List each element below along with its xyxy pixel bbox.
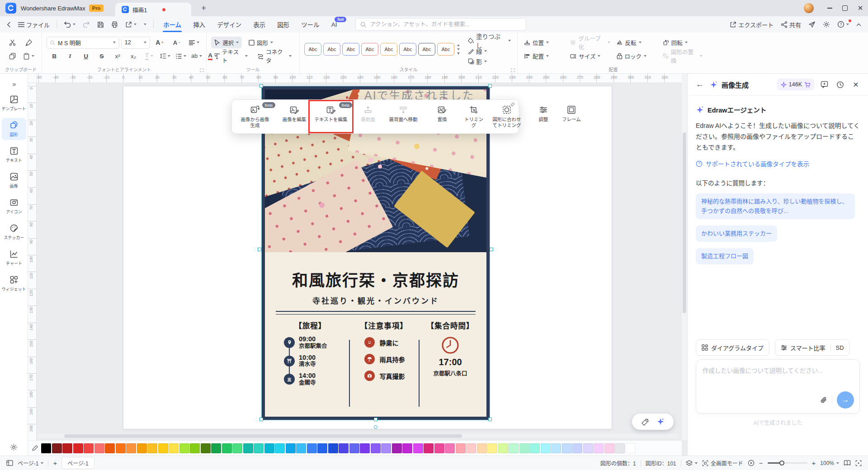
- color-swatch[interactable]: [243, 443, 253, 453]
- selection-handle-left[interactable]: [258, 248, 261, 251]
- color-swatch[interactable]: [456, 443, 466, 453]
- supported-types-link[interactable]: ? サポートされている画像タイプを表示: [696, 159, 860, 168]
- size-button[interactable]: サイズ: [568, 50, 612, 62]
- color-swatch[interactable]: [445, 443, 455, 453]
- feedback-bubble-icon[interactable]: [818, 79, 830, 90]
- bold-button[interactable]: B: [47, 50, 62, 62]
- pro-badge[interactable]: Pro: [89, 5, 104, 12]
- color-swatch[interactable]: [509, 443, 519, 453]
- adjust-button[interactable]: 調整: [529, 103, 557, 132]
- color-swatch[interactable]: [594, 443, 604, 453]
- color-swatch[interactable]: [126, 443, 136, 453]
- replace-shape-button[interactable]: 図形の置換: [661, 50, 704, 62]
- color-swatch[interactable]: [105, 443, 115, 453]
- color-swatch[interactable]: [84, 443, 94, 453]
- vertical-scrollbar-thumb[interactable]: [683, 132, 686, 313]
- subscript-button[interactable]: x₂: [126, 50, 141, 62]
- color-swatch[interactable]: [307, 443, 317, 453]
- color-swatch[interactable]: [466, 443, 476, 453]
- color-swatch[interactable]: [424, 443, 434, 453]
- align-button[interactable]: 配置: [522, 50, 566, 62]
- style-dialog-launcher-icon[interactable]: [511, 68, 515, 72]
- expand-sidebar-icon[interactable]: »: [12, 77, 15, 92]
- pagination-view-button[interactable]: [844, 460, 851, 466]
- sidebar-item-icons[interactable]: アイコン: [2, 195, 26, 217]
- prompt-textarea[interactable]: [696, 360, 859, 391]
- color-swatch[interactable]: [477, 443, 487, 453]
- ai-sparkle-icon[interactable]: [656, 418, 665, 426]
- bring-to-front-button[interactable]: 最前面: [354, 103, 382, 132]
- tab-ai[interactable]: AIhot: [326, 16, 343, 33]
- decrease-font-button[interactable]: A−: [169, 37, 184, 48]
- color-swatch[interactable]: [604, 443, 614, 453]
- sidebar-settings-gear-icon[interactable]: [10, 443, 18, 451]
- tab-design[interactable]: デザイン: [211, 16, 247, 33]
- superscript-button[interactable]: x²: [110, 50, 125, 62]
- export-button[interactable]: エクスポート: [726, 18, 777, 31]
- color-swatch[interactable]: [179, 443, 189, 453]
- search-input[interactable]: [369, 21, 521, 28]
- edit-image-button[interactable]: 画像を編集: [277, 103, 311, 132]
- horizontal-ruler[interactable]: -50-40-30-20-100102030405060708090100110…: [36, 74, 682, 83]
- character-spacing-button[interactable]: ab: [189, 50, 204, 62]
- color-swatch[interactable]: [169, 443, 179, 453]
- suggestion-chip[interactable]: 神秘的な熱帯雨林に踏み入り、珍しい動植物を探検し、手つかずの自然への畏敬を呼び.…: [696, 193, 855, 219]
- color-swatch[interactable]: [371, 443, 381, 453]
- fullscreen-button[interactable]: 全画面モード: [702, 459, 743, 467]
- color-swatch[interactable]: [94, 443, 104, 453]
- shape-tool-button[interactable]: 図形: [245, 37, 276, 48]
- selection-handle-bottom-right[interactable]: [488, 418, 492, 421]
- color-swatch[interactable]: [413, 443, 423, 453]
- lock-button[interactable]: ロック: [615, 50, 658, 62]
- color-swatch[interactable]: [52, 443, 62, 453]
- font-size-select[interactable]: 12: [121, 37, 150, 49]
- send-feedback-icon[interactable]: [805, 18, 819, 31]
- global-search[interactable]: [355, 18, 526, 31]
- style-preset[interactable]: Abc: [361, 43, 378, 56]
- color-swatch[interactable]: [519, 443, 529, 453]
- color-swatch[interactable]: [211, 443, 221, 453]
- rotate-button[interactable]: 回転: [661, 37, 704, 48]
- color-swatch[interactable]: [232, 443, 242, 453]
- vertical-ruler[interactable]: 0102030405060708090100110120130140150160…: [28, 83, 37, 440]
- color-swatch[interactable]: [201, 443, 211, 453]
- tab-home[interactable]: ホーム: [157, 16, 187, 33]
- font-dialog-launcher-icon[interactable]: [200, 68, 204, 72]
- color-swatch[interactable]: [264, 443, 274, 453]
- text-align-button[interactable]: [186, 37, 202, 48]
- color-swatch[interactable]: [317, 443, 327, 453]
- quick-share-button[interactable]: [122, 18, 140, 31]
- color-swatch[interactable]: [498, 443, 508, 453]
- style-preset[interactable]: Abc: [399, 43, 416, 56]
- color-swatch[interactable]: [487, 443, 497, 453]
- color-swatch[interactable]: [275, 443, 285, 453]
- page-tab[interactable]: ページ-1: [61, 457, 94, 469]
- replace-image-button[interactable]: 置換: [428, 103, 456, 132]
- connector-tool-button[interactable]: コネクタ: [255, 50, 295, 62]
- smart-ratio-button[interactable]: スマート比率 SD: [775, 339, 850, 356]
- text-highlight-button[interactable]: T: [142, 50, 157, 62]
- selection-handle-top-left[interactable]: [259, 84, 263, 88]
- color-swatch[interactable]: [147, 443, 157, 453]
- new-tab-button[interactable]: +: [198, 4, 210, 13]
- cut-button[interactable]: [5, 37, 20, 48]
- zoom-in-button[interactable]: +: [812, 459, 816, 467]
- color-swatch[interactable]: [296, 443, 306, 453]
- color-swatch[interactable]: [116, 443, 126, 453]
- user-avatar[interactable]: [804, 3, 814, 13]
- sd-mode-label[interactable]: SD: [836, 344, 844, 351]
- style-scroll-down-icon[interactable]: [457, 48, 460, 50]
- style-preset[interactable]: Abc: [304, 43, 321, 56]
- color-swatch[interactable]: [562, 443, 572, 453]
- selection-handle-top-right[interactable]: [488, 84, 492, 88]
- frame-button[interactable]: フレーム: [557, 103, 585, 132]
- color-swatch[interactable]: [158, 443, 168, 453]
- selection-handle-right[interactable]: [490, 248, 493, 251]
- send-prompt-button[interactable]: →: [837, 391, 854, 409]
- suggestion-chip[interactable]: 製造工程フロー図: [696, 248, 754, 264]
- zoom-out-button[interactable]: −: [759, 459, 763, 467]
- color-swatch[interactable]: [381, 443, 391, 453]
- style-preset[interactable]: Abc: [342, 43, 359, 56]
- select-tool-button[interactable]: 選択: [211, 37, 242, 48]
- group-button[interactable]: グループ化: [568, 37, 612, 48]
